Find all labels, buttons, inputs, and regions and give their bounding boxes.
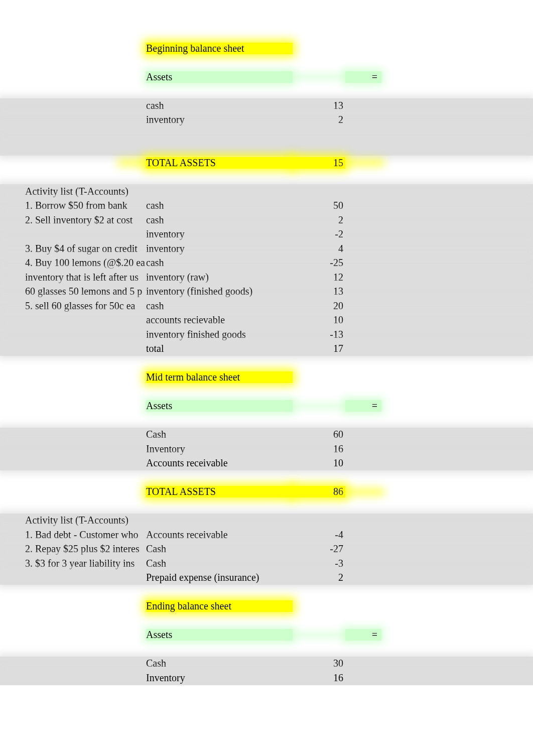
equals-sign: = <box>345 400 381 412</box>
spacer-row <box>0 142 533 156</box>
spacer-row <box>0 170 533 185</box>
activity-account: cash <box>146 257 293 269</box>
asset-value: 13 <box>293 100 345 111</box>
activity-value: 2 <box>293 214 345 226</box>
asset-row: Accounts receivable 10 <box>0 456 533 471</box>
spacer-row <box>0 413 533 428</box>
activity-value: 4 <box>293 243 345 255</box>
activity-account: inventory <box>146 228 293 240</box>
total-assets-row: TOTAL ASSETS 15 <box>0 156 533 170</box>
activity-value: 2 <box>293 572 345 583</box>
assets-header-row: Assets = <box>0 70 533 84</box>
activity-account: cash <box>146 200 293 211</box>
activity-row: inventory finished goods -13 <box>0 327 533 342</box>
activity-row: inventory that is left after us inventor… <box>0 270 533 285</box>
spacer-row <box>0 84 533 99</box>
activity-account: cash <box>146 214 293 226</box>
activity-value: 10 <box>293 314 345 326</box>
section-title-row: Mid term balance sheet <box>0 370 533 385</box>
activity-value: 50 <box>293 200 345 211</box>
activity-account: Cash <box>146 558 293 569</box>
activity-value: 13 <box>293 286 345 297</box>
activity-value: -3 <box>293 558 345 569</box>
mid-title: Mid term balance sheet <box>146 371 293 383</box>
activity-row: 3. $3 for 3 year liability ins Cash -3 <box>0 556 533 571</box>
total-assets-label: TOTAL ASSETS <box>146 486 293 497</box>
activity-desc: 2. Repay $25 plus $2 interes <box>0 543 146 555</box>
asset-row: Inventory 16 <box>0 442 533 456</box>
activity-account: accounts recievable <box>146 314 293 326</box>
activity-row: accounts recievable 10 <box>0 313 533 328</box>
equals-sign: = <box>345 71 381 83</box>
spacer-row <box>0 470 533 485</box>
spacer-row <box>0 642 533 657</box>
asset-label: Cash <box>146 429 293 440</box>
activity-row: 1. Borrow $50 from bank cash 50 <box>0 199 533 213</box>
activity-row: 60 glasses 50 lemons and 5 p inventory (… <box>0 285 533 299</box>
activity-row: inventory -2 <box>0 227 533 242</box>
activity-row: Prepaid expense (insurance) 2 <box>0 571 533 585</box>
activity-value: 17 <box>293 343 345 354</box>
assets-label: Assets <box>146 629 293 641</box>
activity-value: 20 <box>293 300 345 312</box>
activity-account: inventory finished goods <box>146 329 293 340</box>
activity-row: 1. Bad debt - Customer who Accounts rece… <box>0 528 533 542</box>
asset-value: 30 <box>293 658 345 669</box>
asset-row: inventory 2 <box>0 113 533 128</box>
assets-label: Assets <box>146 400 293 412</box>
activity-row: 4. Buy 100 lemons (@$.20 ea cash -25 <box>0 256 533 271</box>
spacer-row <box>0 127 533 142</box>
assets-label: Assets <box>146 71 293 83</box>
total-assets-value: 86 <box>293 486 345 497</box>
spreadsheet-document: Beginning balance sheet Assets = cash 13… <box>0 0 533 685</box>
activity-row: 3. Buy $4 of sugar on credit inventory 4 <box>0 241 533 256</box>
asset-value: 60 <box>293 429 345 440</box>
assets-header-row: Assets = <box>0 399 533 414</box>
activity-value: -2 <box>293 228 345 240</box>
asset-label: Inventory <box>146 443 293 455</box>
assets-header-row: Assets = <box>0 628 533 643</box>
activity-row: 2. Repay $25 plus $2 interes Cash -27 <box>0 542 533 557</box>
total-assets-value: 15 <box>293 157 345 169</box>
asset-row: Cash 60 <box>0 428 533 442</box>
section-title-row: Ending balance sheet <box>0 599 533 614</box>
asset-row: Inventory 16 <box>0 671 533 685</box>
activity-list-header: Activity list (T-Accounts) <box>0 186 146 197</box>
spacer-row <box>0 356 533 370</box>
activity-desc: 3. Buy $4 of sugar on credit <box>0 243 146 255</box>
spacer-row <box>0 613 533 628</box>
activity-account: Cash <box>146 543 293 555</box>
activity-desc: 5. sell 60 glasses for 50c ea <box>0 300 146 312</box>
asset-value: 16 <box>293 672 345 684</box>
spacer-row <box>0 499 533 514</box>
activity-account: inventory <box>146 243 293 255</box>
activity-account: total <box>146 343 293 354</box>
asset-value: 2 <box>293 114 345 125</box>
activity-value: -27 <box>293 543 345 555</box>
activity-row: total 17 <box>0 342 533 356</box>
activity-account: inventory (finished goods) <box>146 286 293 297</box>
asset-label: inventory <box>146 114 293 125</box>
activity-account: Prepaid expense (insurance) <box>146 572 293 583</box>
asset-label: cash <box>146 100 293 111</box>
activity-desc: 2. Sell inventory $2 at cost <box>0 214 146 226</box>
activity-account: inventory (raw) <box>146 272 293 283</box>
activity-row: 5. sell 60 glasses for 50c ea cash 20 <box>0 299 533 313</box>
total-assets-row: TOTAL ASSETS 86 <box>0 485 533 499</box>
activity-desc: 3. $3 for 3 year liability ins <box>0 558 146 569</box>
activity-header-row: Activity list (T-Accounts) <box>0 514 533 528</box>
asset-label: Inventory <box>146 672 293 684</box>
section-title-row: Beginning balance sheet <box>0 41 533 56</box>
activity-desc: 60 glasses 50 lemons and 5 p <box>0 286 146 297</box>
asset-value: 16 <box>293 443 345 455</box>
beginning-title: Beginning balance sheet <box>146 43 293 54</box>
activity-desc: 4. Buy 100 lemons (@$.20 ea <box>0 257 146 269</box>
spacer-row <box>0 585 533 599</box>
activity-account: Accounts receivable <box>146 529 293 541</box>
equals-sign: = <box>345 629 381 641</box>
activity-value: 12 <box>293 272 345 283</box>
total-assets-label: TOTAL ASSETS <box>146 157 293 169</box>
asset-label: Accounts receivable <box>146 457 293 469</box>
spacer-row <box>0 385 533 399</box>
asset-row: cash 13 <box>0 98 533 113</box>
